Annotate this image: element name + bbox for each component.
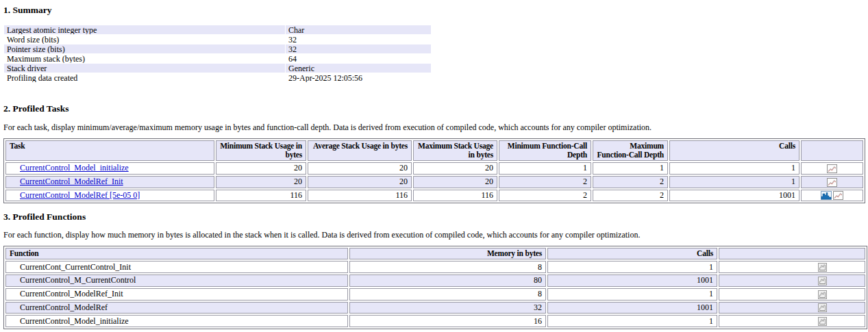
function-name-cell: CurrentControl_ModelRef (5, 302, 348, 314)
task-link[interactable]: CurrentControl_Model_initialize (20, 163, 129, 173)
function-row: CurrentControl_Model_initialize161 (5, 315, 865, 327)
tasks-column-header: Minimum Function-Call Depth (499, 140, 591, 161)
tasks-header-row: TaskMinimum Stack Usage in bytesAverage … (5, 140, 863, 161)
calls-cell: 1001 (547, 302, 717, 314)
row-actions-cell (719, 274, 865, 287)
tasks-column-header: Calls (669, 140, 799, 161)
function-row: CurrentControl_ModelRef321001 (5, 302, 865, 314)
calls-cell: 1 (669, 162, 799, 175)
summary-row: Largest atomic integer typeChar (4, 25, 431, 34)
function-row: CurrentControl_M_CurrentControl801001 (5, 274, 865, 287)
min-stack-usage-cell: 20 (216, 162, 306, 175)
min-stack-usage-cell: 20 (216, 176, 306, 188)
summary-label: Stack driver (4, 64, 285, 73)
task-name-cell: CurrentControl_ModelRef [5e-05 0] (5, 190, 214, 202)
max-stack-usage-cell: 20 (413, 176, 497, 188)
avg-stack-usage-cell: 20 (308, 162, 412, 175)
row-actions-cell (801, 162, 863, 175)
memory-bytes-cell: 8 (349, 288, 546, 301)
summary-label: Largest atomic integer type (4, 25, 285, 34)
task-link[interactable]: CurrentControl_ModelRef [5e-05 0] (20, 190, 140, 200)
function-row: CurrentCont_CurrentControl_Init81 (5, 261, 865, 273)
calls-cell: 1 (547, 315, 717, 327)
calls-cell: 1001 (669, 190, 799, 202)
calls-cell: 1 (547, 288, 717, 301)
avg-stack-usage-cell: 20 (308, 176, 412, 188)
row-actions-cell (801, 190, 863, 202)
min-stack-usage-cell: 116 (216, 190, 306, 202)
memory-bytes-cell: 32 (349, 302, 546, 314)
summary-value: 32 (286, 35, 431, 44)
summary-row: Pointer size (bits)32 (4, 44, 431, 53)
tasks-column-header: Minimum Stack Usage in bytes (216, 140, 306, 161)
summary-value: 29-Apr-2025 12:05:56 (286, 73, 431, 82)
stack-plot-icon[interactable] (833, 191, 843, 200)
summary-heading: 1. Summary (3, 5, 864, 15)
profiled-functions-table: FunctionMemory in bytesCalls CurrentCont… (3, 246, 867, 329)
histogram-icon[interactable] (821, 191, 832, 200)
functions-column-header: Memory in bytes (349, 248, 546, 259)
row-actions-cell (719, 261, 865, 273)
task-name-cell: CurrentControl_ModelRef_Init (5, 176, 214, 188)
max-stack-usage-cell: 20 (413, 162, 497, 175)
summary-label: Maximum stack (bytes) (4, 54, 285, 63)
tasks-column-header: Maximum Function-Call Depth (593, 140, 668, 161)
disabled-histogram-icon[interactable] (818, 290, 827, 299)
task-name-cell: CurrentControl_Model_initialize (5, 162, 214, 175)
summary-label: Pointer size (bits) (4, 44, 285, 53)
tasks-column-header: Average Stack Usage in bytes (308, 140, 412, 161)
summary-value: Generic (286, 64, 431, 73)
summary-label: Profiling data created (4, 73, 285, 82)
profiled-tasks-heading: 2. Profiled Tasks (3, 103, 864, 114)
min-call-depth-cell: 2 (499, 176, 591, 188)
profiled-tasks-description: For each task, display minimum/average/m… (3, 123, 864, 132)
summary-row: Stack driverGeneric (4, 64, 431, 73)
summary-value: 32 (286, 44, 431, 53)
disabled-histogram-icon[interactable] (818, 277, 827, 285)
tasks-column-header: Task (5, 140, 214, 161)
min-call-depth-cell: 1 (499, 162, 591, 175)
task-row: CurrentControl_Model_initialize202020111 (5, 162, 863, 175)
row-actions-cell (719, 315, 865, 327)
max-stack-usage-cell: 116 (413, 190, 497, 202)
function-name-cell: CurrentControl_ModelRef_Init (5, 288, 348, 301)
tasks-column-header: Maximum Stack Usage in bytes (413, 140, 497, 161)
functions-column-header (719, 248, 865, 259)
code-profile-report: 1. Summary Largest atomic integer typeCh… (0, 0, 868, 329)
memory-bytes-cell: 16 (349, 315, 546, 327)
stack-plot-icon[interactable] (827, 164, 837, 173)
row-actions-cell (801, 176, 863, 188)
function-name-cell: CurrentControl_Model_initialize (5, 315, 348, 327)
calls-cell: 1 (669, 176, 799, 188)
summary-value: Char (286, 25, 431, 34)
summary-row: Word size (bits)32 (4, 35, 431, 44)
task-link[interactable]: CurrentControl_ModelRef_Init (20, 177, 123, 186)
summary-table: Largest atomic integer typeCharWord size… (3, 25, 432, 83)
max-call-depth-cell: 1 (593, 162, 668, 175)
calls-cell: 1 (547, 261, 717, 273)
task-row: CurrentControl_ModelRef [5e-05 0]1161161… (5, 190, 863, 202)
row-actions-cell (719, 288, 865, 301)
stack-plot-icon[interactable] (827, 178, 837, 187)
profiled-functions-heading: 3. Profiled Functions (3, 212, 864, 222)
profiled-tasks-table: TaskMinimum Stack Usage in bytesAverage … (3, 138, 865, 203)
disabled-histogram-icon[interactable] (818, 303, 827, 312)
summary-row: Maximum stack (bytes)64 (4, 54, 431, 63)
summary-label: Word size (bits) (4, 35, 285, 44)
disabled-histogram-icon[interactable] (818, 317, 827, 326)
min-call-depth-cell: 2 (499, 190, 591, 202)
summary-row: Profiling data created29-Apr-2025 12:05:… (4, 73, 431, 82)
summary-value: 64 (286, 54, 431, 63)
tasks-column-header (801, 140, 863, 161)
max-call-depth-cell: 2 (593, 176, 668, 188)
functions-column-header: Calls (547, 248, 717, 259)
functions-column-header: Function (5, 248, 348, 259)
function-row: CurrentControl_ModelRef_Init81 (5, 288, 865, 301)
disabled-histogram-icon[interactable] (818, 263, 827, 272)
memory-bytes-cell: 8 (349, 261, 546, 273)
max-call-depth-cell: 2 (593, 190, 668, 202)
avg-stack-usage-cell: 116 (308, 190, 412, 202)
functions-header-row: FunctionMemory in bytesCalls (5, 248, 865, 259)
row-actions-cell (719, 302, 865, 314)
task-row: CurrentControl_ModelRef_Init202020221 (5, 176, 863, 188)
